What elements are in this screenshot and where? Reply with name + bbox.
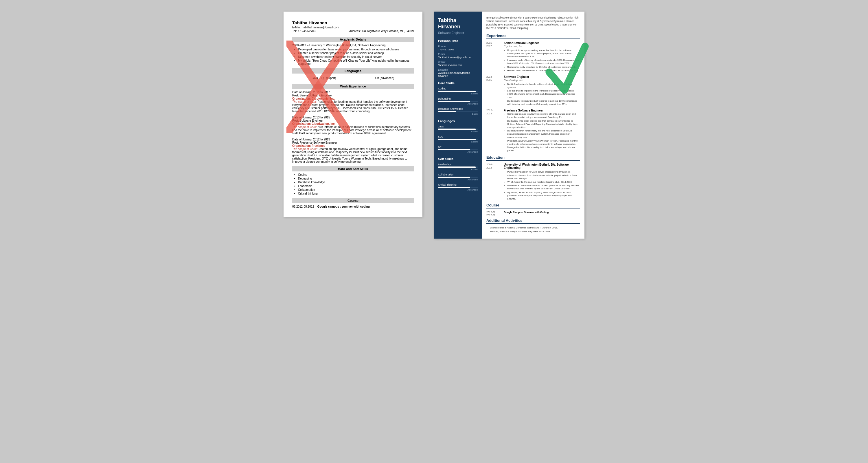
skill-coding: Coding Expert — [438, 87, 478, 95]
work-post-1: Post: Senior Software Engineer — [292, 94, 414, 97]
skill-critical-thinking-bar-bg — [438, 187, 478, 188]
skill-coding-bar-bg — [438, 91, 478, 92]
additional-title: Additional Activities — [486, 218, 580, 224]
list-item: Debugging — [298, 177, 414, 180]
list-item: President, XYZ University Young Women in… — [507, 139, 580, 152]
academic-bullets: Developed passion for Java server progra… — [298, 48, 414, 65]
skill-database-bar-bg — [438, 111, 478, 112]
hard-skills-title: Hard Skills — [438, 81, 478, 85]
list-item: Collaboration — [298, 188, 414, 192]
course-entry: 06.2012-08.2012 – Google campus : summer… — [292, 205, 414, 208]
course-title-right: Course — [486, 203, 580, 208]
work-entry-2: Date of Joining: 2013 to 2015 Post: Soft… — [292, 116, 414, 135]
course-name-right: Google Campus: Summer with Coding — [504, 211, 549, 214]
work-post-3: Post: Freelance Software Engineer — [292, 141, 414, 144]
skills-list: Coding Debugging Database knowledge Lead… — [298, 173, 414, 195]
list-item: Built security into new product features… — [507, 99, 580, 106]
right-main: Energetic software engineer with 5 years… — [482, 11, 585, 239]
phone-value: 773-457-2703 — [438, 48, 478, 51]
edu-bullets-1: Pursued my passion for Java server progr… — [507, 170, 580, 200]
exp-content-3: Freelance Software Engineer Composed an … — [504, 109, 580, 152]
left-header: Tabitha Hirvanen E-Mail: TabithaHirvanen… — [292, 20, 414, 33]
right-title: Software Engineer — [438, 31, 478, 34]
education-title: Education — [486, 155, 580, 161]
tel-line: Tel: 773-457-2703 — [292, 30, 316, 33]
work-entry-1: Date of Joining: 2015 to 2017 Post: Seni… — [292, 91, 414, 113]
email-label: E-Mail: — [292, 26, 301, 29]
skill-database-name: Database Knowledge — [438, 108, 478, 110]
skill-sql-bar-bg — [438, 139, 478, 140]
work-post-2: Post: Software Engineer — [292, 119, 414, 122]
skill-csharp-name: C# — [438, 145, 478, 148]
skill-coding-bar-fill — [438, 91, 476, 92]
www-label: WWW — [438, 60, 478, 63]
work-org-2: Organization: Cloudwallop, Inc. — [292, 122, 414, 125]
course-dates: 06.2012-08.2012 – — [292, 205, 317, 208]
skill-critical-thinking: Critical Thinking Advanced — [438, 183, 478, 191]
exp-bullets-2: Built infrastructure to handle millions … — [507, 83, 580, 106]
skill-database-bar-fill — [438, 111, 456, 112]
left-email-line: E-Mail: TabithaHirvanen@gmail.com — [292, 26, 414, 29]
edu-content-1: University of Washington Bothell, BA, So… — [504, 163, 580, 201]
list-item: Database knowledge — [298, 181, 414, 184]
lang-csharp: C# (advanced) — [375, 77, 394, 80]
list-item: Delivered a webinar on best practices fo… — [298, 55, 414, 58]
skill-collaboration: Collaboration Advanced — [438, 173, 478, 181]
list-item: Responsible for spearheading teams that … — [507, 49, 580, 58]
list-item: Headed team that received 2016 BOSSIE aw… — [507, 69, 580, 72]
exp-bullets-3: Composed an app to allow voice control o… — [507, 112, 580, 152]
list-item: Delivered an actionable webinar on best … — [507, 184, 580, 190]
address-value: 134 Rightward Way Portland, ME, 04019 — [361, 30, 414, 33]
list-item: Created a senior scholar project to buil… — [298, 52, 414, 55]
email-value-right: TabithaHirvanen@gmail.com — [438, 56, 478, 59]
skill-leadership-bar-fill — [438, 167, 476, 168]
skill-debugging-bar-bg — [438, 101, 478, 102]
exp-entry-1: 2015 -2017 Senior Software Engineer Cryp… — [486, 41, 580, 73]
skill-csharp-level: Advanced — [438, 151, 478, 153]
right-name: TabithaHirvanen — [438, 18, 478, 30]
edu-entry-1: 2008 -2012 University of Washington Both… — [486, 163, 580, 201]
skill-coding-level: Expert — [438, 92, 478, 95]
list-item: My article, "How Cloud Computing Will Ch… — [507, 191, 580, 201]
left-name: Tabitha Hirvanen — [292, 20, 414, 25]
work-dates-1: Date of Joining: 2015 to 2017 — [292, 91, 414, 94]
right-name-text: TabithaHirvanen — [438, 18, 460, 30]
exp-entry-3: 2012 -2013 Freelance Software Engineer C… — [486, 109, 580, 152]
scope-label-3: The scope of work: — [292, 147, 316, 151]
list-item: Critical thinking — [298, 192, 414, 195]
course-date-right: 2012-062012-08 — [486, 211, 501, 216]
academic-entry: 2008-2012 – University of Washington Bot… — [292, 44, 414, 47]
job-title-1: Senior Software Engineer — [504, 41, 580, 45]
list-item: Composed an app to allow voice control o… — [507, 112, 580, 119]
skill-sql-bar-fill — [438, 139, 476, 140]
soft-skills-title: Soft Skills — [438, 157, 478, 161]
skill-debugging-name: Debugging — [438, 97, 478, 100]
phone-label: Phone — [438, 45, 478, 48]
summary-text: Energetic software engineer with 5 years… — [486, 16, 580, 30]
skill-java-bar-bg — [438, 128, 478, 130]
scope-label-1: The scope of work: — [292, 100, 316, 104]
skill-csharp: C# Advanced — [438, 145, 478, 153]
skill-coding-name: Coding — [438, 87, 478, 90]
list-item: Led the drive to implement the Principle… — [507, 89, 580, 99]
email-value: TabithaHirvanen@gmail.com — [302, 26, 339, 29]
skill-collaboration-name: Collaboration — [438, 173, 478, 176]
job-title-2: Software Engineer — [504, 75, 580, 79]
linkedin-value: www.linkedin.com/in/tabitha-hirvanen — [438, 71, 478, 77]
skill-csharp-bar-bg — [438, 149, 478, 150]
www-value: TabithaHirvanen.com — [438, 64, 478, 66]
skill-collaboration-bar-fill — [438, 177, 470, 178]
skill-debugging-bar-fill — [438, 101, 470, 102]
exp-date-1: 2015 -2017 — [486, 41, 501, 73]
skill-csharp-bar-fill — [438, 149, 470, 150]
list-item: Built a real time stock picking app that… — [507, 119, 580, 129]
left-resume: Tabitha Hirvanen E-Mail: TabithaHirvanen… — [283, 11, 423, 217]
exp-content-1: Senior Software Engineer Cryptoconic, In… — [504, 41, 580, 73]
work-scope-1: The scope of work: Responsible for leadi… — [292, 100, 414, 113]
skill-sql: SQL Expert — [438, 135, 478, 143]
skill-java-level: Expert — [438, 130, 478, 133]
skill-sql-level: Expert — [438, 140, 478, 143]
email-label-right: E-mail — [438, 53, 478, 56]
skill-debugging: Debugging Advanced — [438, 97, 478, 105]
skill-collaboration-level: Advanced — [438, 178, 478, 181]
